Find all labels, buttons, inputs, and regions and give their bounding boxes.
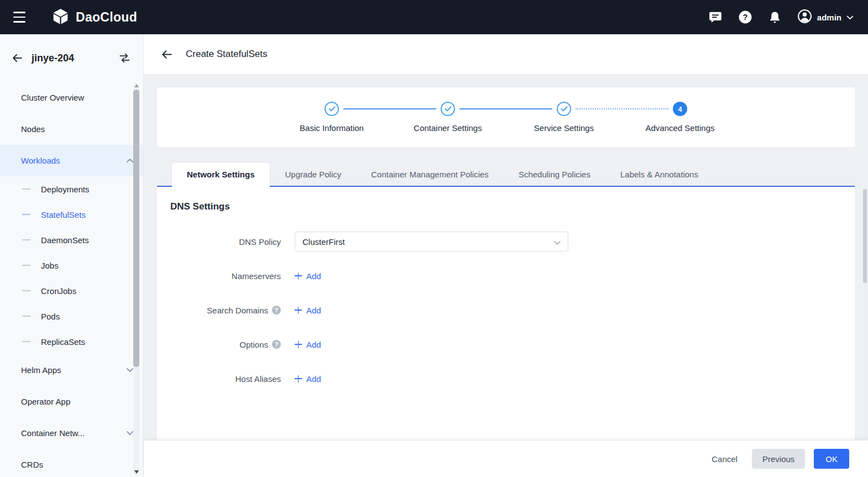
stepper: Basic Information Container Settings Ser…	[157, 87, 855, 147]
user-avatar-icon	[797, 9, 812, 26]
check-icon	[441, 102, 455, 116]
step-number: 4	[673, 102, 687, 116]
check-icon	[557, 102, 571, 116]
topbar: DaoCloud ?	[0, 0, 868, 34]
sidebar-item-label: Cluster Overview	[21, 93, 84, 102]
step-label: Container Settings	[414, 123, 482, 133]
sidebar-item-container-network[interactable]: Container Netw...	[0, 417, 143, 449]
main-area: Create StatefulSets Basic Information Co…	[144, 34, 868, 477]
tab-scheduling-policies[interactable]: Scheduling Policies	[504, 163, 605, 186]
question-circle-icon[interactable]	[272, 340, 281, 349]
page-header: Create StatefulSets	[144, 34, 868, 74]
sidebar-item-replicasets[interactable]: ReplicaSets	[0, 329, 143, 354]
back-arrow-icon[interactable]	[11, 52, 23, 64]
sidebar-item-nodes[interactable]: Nodes	[0, 113, 143, 145]
chat-icon[interactable]	[708, 10, 723, 24]
sidebar-item-workloads[interactable]: Workloads	[0, 145, 143, 176]
dash-icon	[22, 239, 30, 240]
dash-icon	[22, 316, 30, 317]
app-shell: jinye-204 Cluster Overview Nodes Workloa…	[0, 34, 868, 477]
user-name: admin	[817, 13, 841, 22]
sidebar-item-pods[interactable]: Pods	[0, 303, 143, 329]
question-circle-icon[interactable]	[272, 306, 281, 314]
content-scrollbar-thumb[interactable]	[863, 189, 867, 283]
dash-icon	[22, 214, 30, 215]
sidebar-item-label: Jobs	[41, 261, 59, 270]
page-title: Create StatefulSets	[186, 49, 267, 60]
tab-network-settings[interactable]: Network Settings	[171, 162, 270, 186]
scroll-up-icon[interactable]	[134, 84, 139, 87]
sidebar-item-statefulsets[interactable]: StatefulSets	[0, 202, 143, 227]
field-label: Search Domains	[170, 306, 281, 315]
sidebar-item-daemonsets[interactable]: DaemonSets	[0, 227, 143, 253]
field-label: Host Aliases	[170, 374, 281, 384]
sidebar-header: jinye-204	[0, 34, 143, 82]
previous-button[interactable]: Previous	[752, 449, 805, 469]
sidebar-item-label: Deployments	[41, 185, 90, 194]
sidebar-item-label: StatefulSets	[41, 210, 86, 219]
sidebar-item-deployments[interactable]: Deployments	[0, 176, 143, 202]
sidebar-item-operator-app[interactable]: Operator App	[0, 386, 143, 417]
svg-text:?: ?	[742, 13, 747, 22]
tab-upgrade-policy[interactable]: Upgrade Policy	[270, 163, 357, 186]
menu-icon[interactable]	[13, 12, 27, 23]
add-host-alias-button[interactable]: Add	[295, 374, 321, 384]
sidebar-item-cluster-overview[interactable]: Cluster Overview	[0, 82, 143, 113]
topbar-actions: ? admin	[708, 9, 854, 26]
step-label: Basic Information	[300, 123, 364, 133]
step-label: Advanced Settings	[645, 123, 714, 133]
bell-icon[interactable]	[768, 11, 782, 24]
sidebar-item-label: ReplicaSets	[41, 337, 85, 347]
sidebar-item-jobs[interactable]: Jobs	[0, 253, 143, 278]
add-option-button[interactable]: Add	[295, 340, 321, 349]
sidebar-scrollbar-thumb[interactable]	[133, 90, 139, 367]
user-menu[interactable]: admin	[797, 9, 854, 26]
dash-icon	[22, 265, 30, 266]
tab-container-management-policies[interactable]: Container Management Policies	[356, 163, 504, 186]
tabbar: Network Settings Upgrade Policy Containe…	[157, 162, 855, 187]
cluster-name: jinye-204	[32, 53, 110, 64]
select-chevron-icon	[554, 237, 561, 247]
chevron-down-icon	[127, 431, 133, 435]
form-row-dns-policy: DNS Policy ClusterFirst	[170, 232, 841, 251]
add-search-domain-button[interactable]: Add	[295, 306, 321, 315]
step-advanced-settings: 4 Advanced Settings	[622, 102, 738, 147]
sidebar-item-label: Operator App	[21, 397, 70, 406]
dns-policy-select[interactable]: ClusterFirst	[295, 232, 568, 251]
sidebar-scrollbar[interactable]	[133, 83, 139, 475]
footer-actions: Cancel Previous OK	[144, 441, 868, 477]
dash-icon	[22, 290, 30, 291]
sidebar-item-helm-apps[interactable]: Helm Apps	[0, 354, 143, 386]
ok-button[interactable]: OK	[814, 449, 849, 469]
scroll-down-icon[interactable]	[134, 470, 139, 474]
check-icon	[325, 102, 339, 116]
field-label: Options	[170, 340, 281, 349]
sidebar-item-crds[interactable]: CRDs	[0, 449, 143, 477]
sidebar-item-label: CRDs	[21, 460, 43, 469]
sidebar-nav: Cluster Overview Nodes Workloads Deploym…	[0, 82, 143, 477]
switch-cluster-icon[interactable]	[118, 53, 131, 64]
form-row-nameservers: Nameservers Add	[170, 266, 841, 286]
form-row-search-domains: Search Domains Add	[170, 300, 841, 320]
sidebar: jinye-204 Cluster Overview Nodes Workloa…	[0, 34, 144, 477]
help-icon[interactable]: ?	[738, 10, 752, 24]
sidebar-item-cronjobs[interactable]: CronJobs	[0, 278, 143, 303]
form-row-host-aliases: Host Aliases Add	[170, 369, 841, 389]
chevron-down-icon	[127, 368, 133, 372]
sidebar-item-label: Helm Apps	[21, 365, 61, 375]
back-arrow-icon[interactable]	[160, 48, 173, 61]
dash-icon	[22, 341, 30, 342]
sidebar-item-label: Nodes	[21, 124, 45, 134]
cancel-button[interactable]: Cancel	[706, 449, 743, 469]
field-label: Nameservers	[170, 271, 281, 281]
content-scrollbar[interactable]	[863, 188, 867, 439]
plus-icon	[295, 272, 302, 280]
dns-policy-value: ClusterFirst	[302, 237, 345, 247]
chevron-down-icon	[846, 12, 854, 22]
sidebar-item-label: DaemonSets	[41, 235, 89, 245]
sidebar-item-label: Pods	[41, 312, 60, 321]
tab-labels-annotations[interactable]: Labels & Annotations	[605, 163, 713, 186]
plus-icon	[295, 307, 302, 314]
brand-logo[interactable]: DaoCloud	[51, 7, 137, 28]
add-nameserver-button[interactable]: Add	[295, 271, 321, 281]
